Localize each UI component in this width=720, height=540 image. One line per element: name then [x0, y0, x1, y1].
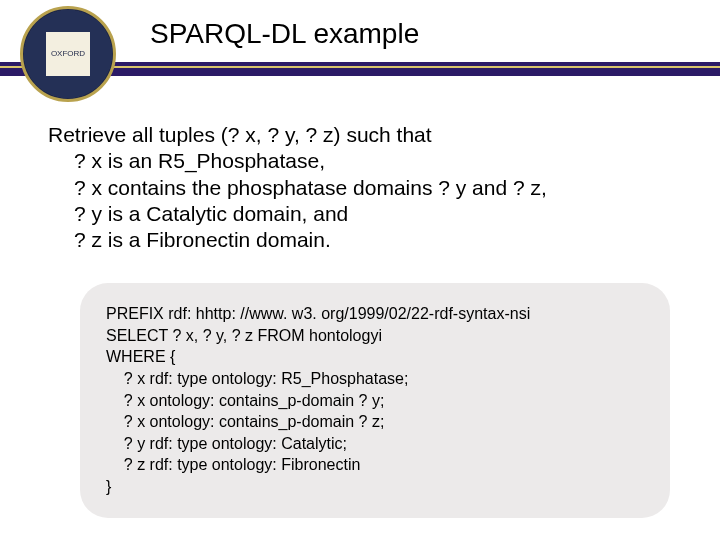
description-text: Retrieve all tuples (? x, ? y, ? z) such… — [48, 122, 680, 253]
code-block: PREFIX rdf: hhttp: //www. w3. org/1999/0… — [80, 283, 670, 517]
slide-content: Retrieve all tuples (? x, ? y, ? z) such… — [48, 122, 680, 518]
desc-line-3: ? y is a Catalytic domain, and — [48, 201, 680, 227]
desc-line-1: ? x is an R5_Phosphatase, — [48, 148, 680, 174]
crest-text: OXFORD — [51, 50, 85, 59]
code-line-6: ? y rdf: type ontology: Catalytic; — [106, 433, 644, 455]
code-line-4: ? x ontology: contains_p-domain ? y; — [106, 390, 644, 412]
code-line-1: SELECT ? x, ? y, ? z FROM hontologyi — [106, 325, 644, 347]
code-line-3: ? x rdf: type ontology: R5_Phosphatase; — [106, 368, 644, 390]
desc-line-4: ? z is a Fibronectin domain. — [48, 227, 680, 253]
code-line-2: WHERE { — [106, 346, 644, 368]
desc-line-0: Retrieve all tuples (? x, ? y, ? z) such… — [48, 123, 432, 146]
code-line-8: } — [106, 476, 644, 498]
desc-line-2: ? x contains the phosphatase domains ? y… — [48, 175, 680, 201]
slide-title: SPARQL-DL example — [150, 18, 419, 50]
code-line-5: ? x ontology: contains_p-domain ? z; — [106, 411, 644, 433]
code-line-0: PREFIX rdf: hhttp: //www. w3. org/1999/0… — [106, 303, 644, 325]
code-line-7: ? z rdf: type ontology: Fibronectin — [106, 454, 644, 476]
university-crest: OXFORD — [20, 6, 116, 102]
